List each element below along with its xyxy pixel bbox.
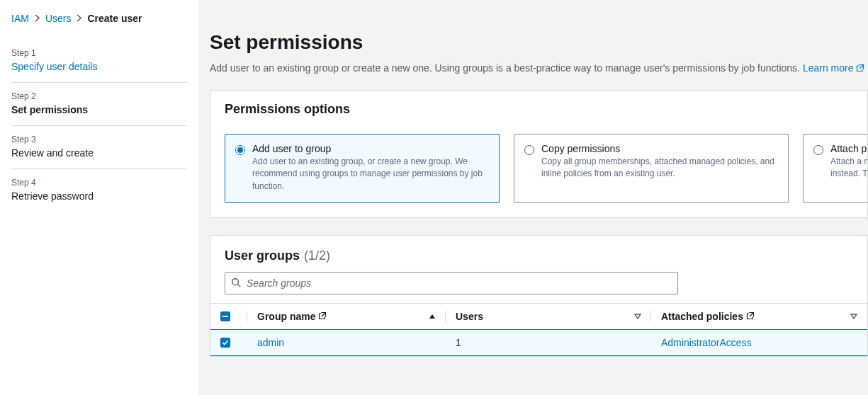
groups-table: Group name: [210, 303, 867, 356]
wizard-step-3: Step 3 Review and create: [11, 126, 187, 169]
step-title[interactable]: Specify user details: [11, 61, 97, 72]
learn-more-link[interactable]: Learn more: [803, 62, 864, 74]
option-title: Add user to group: [252, 143, 489, 154]
option-attach-policies[interactable]: Attach po Attach a m practice, we instea…: [803, 134, 867, 203]
option-title: Attach po: [830, 143, 867, 154]
sidebar: IAM Users Create user Step 1 Specify use…: [0, 0, 198, 395]
filter-icon: [634, 311, 641, 322]
column-select-all[interactable]: [210, 304, 247, 330]
external-link-icon: [856, 63, 864, 74]
external-link-icon: [746, 311, 755, 322]
step-number: Step 1: [11, 48, 187, 58]
option-copy-permissions[interactable]: Copy permissions Copy all group membersh…: [514, 134, 789, 203]
chevron-right-icon: [35, 13, 40, 24]
groups-count: (1/2): [304, 248, 330, 263]
search-groups[interactable]: [225, 272, 678, 294]
column-group-name[interactable]: Group name: [247, 304, 446, 330]
search-icon: [231, 277, 241, 290]
sort-ascending-icon: [429, 311, 436, 322]
column-attached-policies[interactable]: Attached policies: [651, 304, 867, 330]
checkbox-checked-icon[interactable]: [220, 338, 230, 348]
step-title: Set permissions: [11, 104, 187, 115]
page-title: Set permissions: [210, 31, 868, 54]
step-number: Step 3: [11, 134, 187, 144]
external-link-icon: [318, 311, 327, 322]
chevron-right-icon: [77, 13, 81, 24]
wizard-step-2: Step 2 Set permissions: [11, 83, 187, 126]
radio-icon: [524, 145, 534, 155]
page-description: Add user to an existing group or create …: [210, 62, 868, 74]
search-input[interactable]: [247, 277, 672, 289]
step-title: Retrieve password: [11, 190, 187, 202]
breadcrumb-users[interactable]: Users: [45, 13, 72, 24]
step-number: Step 2: [11, 91, 187, 101]
wizard-step-4: Step 4 Retrieve password: [11, 169, 187, 212]
breadcrumb-current: Create user: [87, 13, 142, 24]
group-policy-link[interactable]: AdministratorAccess: [661, 337, 752, 348]
group-users-count: 1: [446, 330, 651, 356]
panel-title: Permissions options: [225, 102, 853, 117]
breadcrumb-iam[interactable]: IAM: [11, 13, 29, 24]
step-number: Step 4: [11, 178, 187, 188]
filter-icon: [850, 311, 857, 322]
group-name-link[interactable]: admin: [257, 337, 284, 348]
main-content: Set permissions Add user to an existing …: [198, 0, 868, 395]
permissions-options-panel: Permissions options Add user to group Ad…: [210, 90, 868, 218]
table-row[interactable]: admin 1 AdministratorAccess: [210, 330, 867, 356]
option-description: Copy all group memberships, attached man…: [541, 156, 778, 181]
wizard-step-1[interactable]: Step 1 Specify user details: [11, 40, 187, 83]
radio-icon: [235, 145, 245, 155]
checkbox-indeterminate-icon[interactable]: [220, 311, 230, 321]
option-title: Copy permissions: [541, 143, 778, 154]
radio-icon: [813, 145, 823, 155]
svg-rect-1: [222, 316, 228, 317]
column-users[interactable]: Users: [446, 304, 651, 330]
user-groups-panel: User groups (1/2): [210, 235, 868, 357]
svg-point-0: [232, 278, 239, 285]
option-add-to-group[interactable]: Add user to group Add user to an existin…: [225, 134, 500, 203]
option-description: Add user to an existing group, or create…: [252, 156, 489, 193]
option-description: Attach a m practice, we instead. Th: [830, 156, 867, 181]
breadcrumb: IAM Users Create user: [11, 13, 187, 24]
step-title: Review and create: [11, 147, 187, 159]
groups-title: User groups: [225, 248, 300, 263]
